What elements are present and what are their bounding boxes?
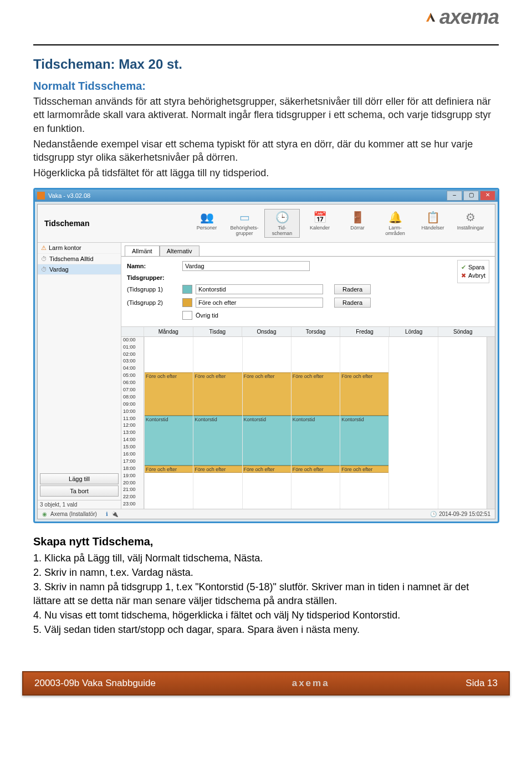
check-icon: ✔ (461, 264, 466, 271)
brand-text: axema (439, 6, 499, 29)
app-window: Vaka - v3.02.08 – ▢ ✕ Tidscheman 👥Person… (33, 188, 499, 523)
day-header-fri: Fredag (340, 327, 389, 336)
schedule-grid[interactable]: Måndag Tisdag Onsdag Torsdag Fredag Lörd… (121, 326, 495, 509)
clock-small-icon: 🕒 (430, 511, 437, 517)
status-time: 2014-09-29 15:02:51 (439, 511, 490, 517)
step-3: 3. Skriv in namn på tidsgrupp 1, t.ex "K… (33, 580, 499, 607)
block-fore-fri-am[interactable]: Före och efter (340, 372, 388, 415)
day-col-tue[interactable]: Före och efter Kontorstid Före och efter (193, 337, 242, 509)
day-header-wed: Onsdag (242, 327, 291, 336)
block-kontor-thu[interactable]: Kontorstid (291, 416, 340, 466)
sidebar-item-tidschema-alltid[interactable]: ⏱Tidschema Alltid (38, 254, 121, 264)
nav-tidscheman[interactable]: 🕒Tid- scheman (264, 209, 300, 238)
step-4: 4. Nu visas ett tomt tidschema, högerkli… (33, 609, 499, 622)
block-fore-tue-pm[interactable]: Före och efter (193, 466, 242, 473)
status-bar: ◉ Axema (Installatör) ℹ 🔌 🕒 2014-09-29 1… (38, 509, 495, 519)
paragraph-3: Högerklicka på tidsfältet för att lägga … (33, 166, 499, 180)
scroll-bar[interactable] (487, 337, 495, 509)
block-fore-wed-pm[interactable]: Före och efter (243, 466, 291, 473)
step-2: 2. Skriv in namn, t.ex. Vardag nästa. (33, 566, 499, 579)
name-input[interactable] (182, 261, 310, 271)
block-fore-fri-pm[interactable]: Före och efter (340, 466, 388, 473)
time-label: 08:00 (121, 394, 144, 401)
time-label: 03:00 (121, 358, 144, 365)
day-col-mon[interactable]: Före och efter Kontorstid Före och efter (144, 337, 193, 509)
save-button[interactable]: ✔Spara (461, 264, 485, 271)
remove-button[interactable]: Ta bort (40, 485, 119, 497)
paragraph-2: Nedanstående exempel visar ett schema ty… (33, 137, 499, 165)
sidebar-item-larm-kontor[interactable]: ⚠Larm kontor (38, 243, 121, 254)
time-label: 19:00 (121, 473, 144, 480)
group2-input[interactable] (196, 298, 323, 308)
day-col-fri[interactable]: Före och efter Kontorstid Före och efter (340, 337, 388, 509)
nav-installningar[interactable]: ⚙Inställningar (453, 209, 488, 238)
page-title: Tidscheman: Max 20 st. (33, 57, 499, 72)
id-card-icon: ▭ (228, 211, 260, 224)
door-icon: 🚪 (341, 211, 374, 224)
nav-handelser[interactable]: 📋Händelser (415, 209, 451, 238)
info-icon[interactable]: ℹ (106, 511, 108, 517)
schema-list: ⚠Larm kontor ⏱Tidschema Alltid ⏱Vardag (38, 243, 121, 471)
gear-icon: ⚙ (454, 211, 487, 224)
page-footer: 20003-09b Vaka Snabbguide axema Sida 13 (22, 671, 510, 696)
time-label: 10:00 (121, 408, 144, 416)
group2-color-swatch[interactable] (182, 298, 192, 307)
minimize-button[interactable]: – (447, 191, 462, 201)
tab-allmant[interactable]: Allmänt (125, 246, 160, 257)
group1-input[interactable] (196, 284, 323, 294)
block-fore-wed-am[interactable]: Före och efter (243, 372, 291, 415)
group1-delete-button[interactable]: Radera (334, 284, 371, 294)
block-kontor-fri[interactable]: Kontorstid (340, 416, 388, 466)
clock-icon: 🕒 (266, 211, 298, 224)
footer-right: Sida 13 (466, 678, 498, 689)
nav-behorighetsgrupper[interactable]: ▭Behörighets- grupper (227, 209, 262, 238)
window-controls: – ▢ ✕ (447, 191, 495, 201)
people-icon: 👥 (191, 211, 223, 224)
paragraph-1: Tidsscheman används för att styra behöri… (33, 95, 499, 135)
block-fore-mon-am[interactable]: Före och efter (145, 372, 193, 415)
block-fore-thu-pm[interactable]: Före och efter (291, 466, 340, 473)
block-fore-thu-am[interactable]: Före och efter (291, 372, 340, 415)
nav-personer[interactable]: 👥Personer (189, 209, 224, 238)
section-subtitle: Normalt Tidsschema: (33, 80, 499, 93)
section2-heading: Skapa nytt Tidschema, (33, 535, 499, 548)
block-kontor-mon[interactable]: Kontorstid (145, 416, 193, 466)
app-header-title: Tidscheman (44, 219, 89, 228)
day-col-sat[interactable] (388, 337, 437, 509)
time-column: 00:0001:0002:0003:0004:0005:0006:0007:00… (121, 337, 144, 509)
time-label: 22:00 (121, 494, 144, 501)
calendar-icon: 📅 (304, 211, 336, 224)
sidebar-item-vardag[interactable]: ⏱Vardag (38, 264, 121, 275)
form-actions: ✔Spara ✖Avbryt (457, 260, 489, 283)
group1-label: (Tidsgrupp 1) (127, 286, 182, 293)
sidebar: ⚠Larm kontor ⏱Tidschema Alltid ⏱Vardag L… (38, 243, 121, 509)
alarm-small-icon: ⚠ (41, 244, 47, 252)
list-icon: 📋 (417, 211, 449, 224)
day-col-thu[interactable]: Före och efter Kontorstid Före och efter (291, 337, 340, 509)
day-col-sun[interactable] (438, 337, 487, 509)
nav-larmomraden[interactable]: 🔔Larm- områden (377, 209, 413, 238)
time-label: 14:00 (121, 437, 144, 444)
time-label: 04:00 (121, 365, 144, 372)
tab-alternativ[interactable]: Alternativ (160, 246, 200, 257)
nav-kalender[interactable]: 📅Kalender (302, 209, 337, 238)
block-fore-mon-pm[interactable]: Före och efter (145, 466, 193, 473)
maximize-button[interactable]: ▢ (463, 191, 479, 201)
close-button[interactable]: ✕ (480, 191, 495, 201)
plug-icon[interactable]: 🔌 (111, 511, 118, 517)
add-button[interactable]: Lägg till (40, 473, 119, 484)
ovrig-color-swatch[interactable] (182, 311, 192, 320)
sidebar-status: 3 objekt, 1 vald (38, 500, 121, 509)
nav-dorrar[interactable]: 🚪Dörrar (340, 209, 375, 238)
cancel-button[interactable]: ✖Avbryt (461, 272, 485, 279)
time-label: 09:00 (121, 401, 144, 408)
group2-delete-button[interactable]: Radera (334, 298, 371, 308)
block-fore-tue-am[interactable]: Före och efter (193, 372, 242, 415)
alarm-icon: 🔔 (379, 211, 411, 224)
block-kontor-tue[interactable]: Kontorstid (193, 416, 242, 466)
block-kontor-wed[interactable]: Kontorstid (243, 416, 291, 466)
group1-color-swatch[interactable] (182, 285, 192, 294)
day-header-sat: Lördag (389, 327, 438, 336)
time-label: 20:00 (121, 480, 144, 487)
day-col-wed[interactable]: Före och efter Kontorstid Före och efter (242, 337, 291, 509)
